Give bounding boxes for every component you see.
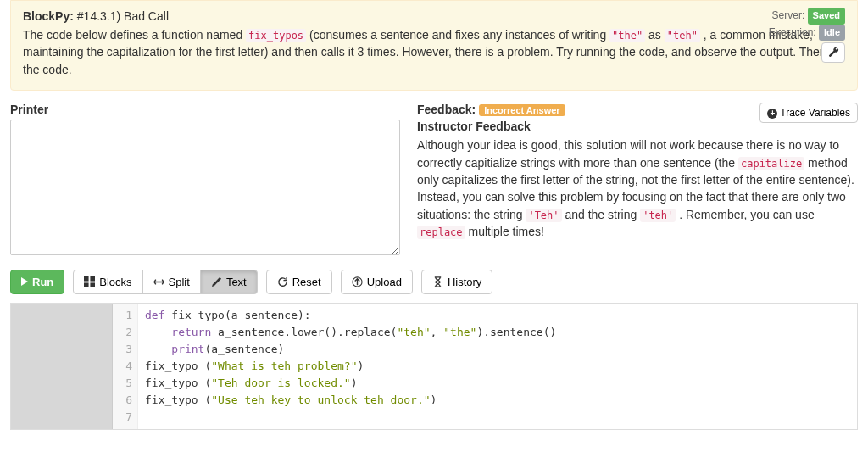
refresh-icon xyxy=(277,276,288,287)
history-button[interactable]: History xyxy=(421,270,492,294)
toolbar: Run Blocks Split Text Reset Upload xyxy=(10,270,858,294)
run-button[interactable]: Run xyxy=(10,270,64,294)
code-Teh: 'Teh' xyxy=(526,209,561,222)
blocks-button[interactable]: Blocks xyxy=(73,270,142,294)
code-area[interactable]: def fix_typo(a_sentence): return a_sente… xyxy=(138,304,857,429)
problem-title: #14.3.1) Bad Call xyxy=(77,9,169,23)
code-fix_typos: fix_typos xyxy=(246,29,306,42)
code-teh: "teh" xyxy=(665,29,700,42)
split-button[interactable]: Split xyxy=(142,270,201,294)
code-the: "the" xyxy=(609,29,645,42)
split-icon xyxy=(153,276,164,287)
hourglass-icon xyxy=(432,276,443,287)
upload-icon xyxy=(352,276,363,287)
upload-button[interactable]: Upload xyxy=(341,270,413,294)
problem-header: Server: Saved Execution: Idle BlockPy: #… xyxy=(10,0,858,91)
svg-rect-0 xyxy=(84,276,89,282)
status-panel: Server: Saved Execution: Idle xyxy=(769,8,845,64)
code-editor[interactable]: 1234567 def fix_typo(a_sentence): return… xyxy=(10,303,858,430)
view-mode-group: Blocks Split Text xyxy=(73,270,257,294)
reset-button[interactable]: Reset xyxy=(266,270,332,294)
grid-icon xyxy=(84,276,95,287)
execution-status-badge: Idle xyxy=(819,25,845,42)
play-icon xyxy=(21,277,28,286)
printer-title: Printer xyxy=(10,103,400,116)
server-status-badge: Saved xyxy=(808,8,845,25)
code-teh2: 'teh' xyxy=(640,209,676,222)
svg-rect-2 xyxy=(84,282,89,287)
wrench-icon xyxy=(828,47,839,59)
pencil-icon xyxy=(211,276,222,287)
line-gutter: 1234567 xyxy=(113,304,138,429)
plus-icon: + xyxy=(767,109,777,119)
svg-rect-3 xyxy=(91,282,96,287)
execution-label: Execution: xyxy=(769,26,816,38)
code-capitalize: capitalize xyxy=(738,157,804,170)
printer-output[interactable] xyxy=(10,120,400,255)
server-label: Server: xyxy=(772,9,805,21)
settings-button[interactable] xyxy=(821,42,845,63)
text-button[interactable]: Text xyxy=(200,270,258,294)
feedback-body: Although your idea is good, this solutio… xyxy=(417,137,858,240)
code-replace: replace xyxy=(417,226,465,239)
problem-description: The code below defines a function named … xyxy=(23,26,845,78)
feedback-label: Feedback: xyxy=(417,103,476,116)
app-name: BlockPy: xyxy=(23,9,74,23)
trace-variables-button[interactable]: +Trace Variables xyxy=(760,103,858,123)
editor-drag-handle[interactable] xyxy=(11,304,113,429)
svg-rect-1 xyxy=(91,276,96,282)
feedback-status-badge: Incorrect Answer xyxy=(479,104,565,116)
